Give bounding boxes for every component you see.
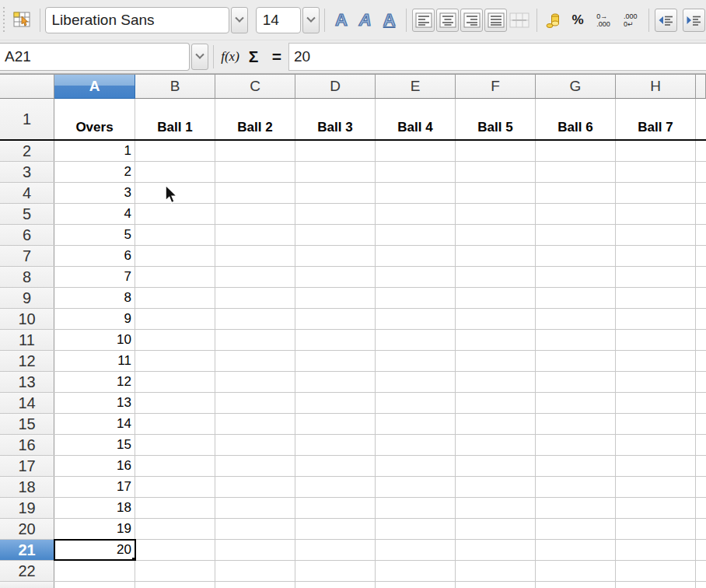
cell-C10[interactable] [215, 309, 295, 329]
column-header-C[interactable]: C [215, 75, 295, 99]
cell-C9[interactable] [215, 288, 295, 308]
cell-H2[interactable] [616, 141, 696, 161]
cell-A14[interactable]: 13 [54, 393, 135, 413]
cell-G6[interactable] [536, 225, 616, 245]
delete-decimal-button[interactable]: .000 0↵ [617, 7, 644, 33]
cell-G22[interactable] [536, 561, 616, 581]
cell-A16[interactable]: 15 [54, 435, 135, 455]
cell-D11[interactable] [295, 330, 376, 350]
cell-C6[interactable] [215, 225, 295, 245]
cell-reference-input[interactable]: A21 [0, 43, 190, 71]
cell-partial-10[interactable] [696, 309, 706, 329]
cell-partial-6[interactable] [696, 225, 706, 245]
currency-format-button[interactable] [542, 7, 566, 33]
cell-F12[interactable] [456, 351, 536, 371]
bold-button[interactable]: A [329, 7, 353, 33]
cell-F10[interactable] [456, 309, 536, 329]
cell-H13[interactable] [616, 372, 696, 392]
cell-partial-12[interactable] [696, 351, 706, 371]
cell-partial-4[interactable] [696, 183, 706, 203]
cell-E9[interactable] [376, 288, 456, 308]
cell-H6[interactable] [616, 225, 696, 245]
cell-B16[interactable] [135, 435, 215, 455]
select-all-corner[interactable] [0, 75, 54, 99]
cell-C17[interactable] [215, 456, 295, 476]
cell-D5[interactable] [295, 204, 376, 224]
cell-H23[interactable] [616, 582, 696, 588]
cell-E8[interactable] [376, 267, 456, 287]
cell-D10[interactable] [295, 309, 376, 329]
cell-F3[interactable] [456, 162, 536, 182]
cell-G11[interactable] [536, 330, 616, 350]
cell-F19[interactable] [456, 498, 536, 518]
cell-C21[interactable] [215, 540, 295, 560]
cell-D23[interactable] [295, 582, 376, 588]
cell-E23[interactable] [376, 582, 456, 588]
percent-format-button[interactable]: % [566, 7, 590, 33]
cell-D6[interactable] [295, 225, 376, 245]
cell-B4[interactable] [135, 183, 215, 203]
cell-H3[interactable] [616, 162, 696, 182]
cell-F13[interactable] [456, 372, 536, 392]
column-header-H[interactable]: H [616, 75, 696, 99]
function-button[interactable]: = [265, 45, 288, 68]
cell-D16[interactable] [295, 435, 376, 455]
cell-G8[interactable] [536, 267, 616, 287]
cell-C1[interactable]: Ball 2 [215, 99, 295, 139]
cell-C16[interactable] [215, 435, 295, 455]
font-size-dropdown-button[interactable] [302, 7, 319, 33]
cell-C19[interactable] [215, 498, 295, 518]
cell-F14[interactable] [456, 393, 536, 413]
cell-F4[interactable] [456, 183, 536, 203]
cell-B18[interactable] [135, 477, 215, 497]
cell-H20[interactable] [616, 519, 696, 539]
add-decimal-button[interactable]: 0→ .000 [590, 7, 617, 33]
cell-C14[interactable] [215, 393, 295, 413]
cell-H17[interactable] [616, 456, 696, 476]
cell-G23[interactable] [536, 582, 616, 588]
cell-C7[interactable] [215, 246, 295, 266]
cell-partial-7[interactable] [696, 246, 706, 266]
cell-H14[interactable] [616, 393, 696, 413]
formula-input-line[interactable]: 20 [288, 43, 706, 71]
cell-C2[interactable] [215, 141, 295, 161]
cell-C13[interactable] [215, 372, 295, 392]
cell-D9[interactable] [295, 288, 376, 308]
cell-A15[interactable]: 14 [54, 414, 135, 434]
cell-G4[interactable] [536, 183, 616, 203]
cell-C20[interactable] [215, 519, 295, 539]
cell-E18[interactable] [376, 477, 456, 497]
cell-D2[interactable] [295, 141, 376, 161]
row-header-13[interactable]: 13 [0, 372, 54, 392]
cell-D21[interactable] [295, 540, 376, 560]
cell-F8[interactable] [456, 267, 536, 287]
row-header-4[interactable]: 4 [0, 183, 54, 203]
cell-E13[interactable] [376, 372, 456, 392]
cell-partial-21[interactable] [696, 540, 706, 560]
row-header-21[interactable]: 21 [0, 540, 54, 560]
cell-partial-13[interactable] [696, 372, 706, 392]
cell-F18[interactable] [456, 477, 536, 497]
cell-partial-18[interactable] [696, 477, 706, 497]
cell-partial-3[interactable] [696, 162, 706, 182]
cell-partial-1[interactable] [696, 99, 706, 139]
cell-C3[interactable] [215, 162, 295, 182]
cell-E6[interactable] [376, 225, 456, 245]
cell-H11[interactable] [616, 330, 696, 350]
cell-F23[interactable] [456, 582, 536, 588]
cell-E11[interactable] [376, 330, 456, 350]
cell-partial-2[interactable] [696, 141, 706, 161]
cell-A11[interactable]: 10 [54, 330, 135, 350]
cell-A10[interactable]: 9 [54, 309, 135, 329]
cell-G21[interactable] [536, 540, 616, 560]
cell-H1[interactable]: Ball 7 [616, 99, 696, 139]
cell-G15[interactable] [536, 414, 616, 434]
increase-indent-button[interactable] [683, 9, 705, 32]
cell-C15[interactable] [215, 414, 295, 434]
cell-E3[interactable] [376, 162, 456, 182]
font-name-dropdown-button[interactable] [231, 7, 247, 33]
row-header-5[interactable]: 5 [0, 204, 54, 224]
row-header-20[interactable]: 20 [0, 519, 54, 539]
cell-E10[interactable] [376, 309, 456, 329]
cell-G2[interactable] [536, 141, 616, 161]
